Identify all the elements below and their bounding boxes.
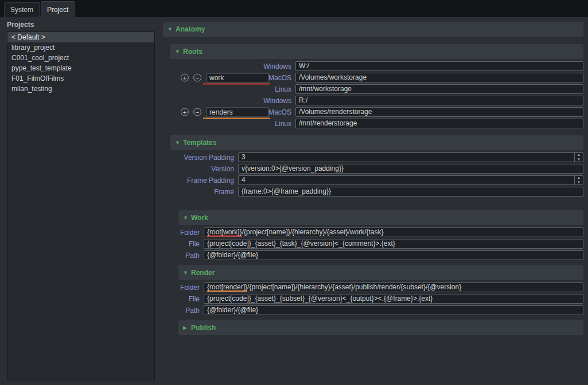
- settings-content: ▼ Anatomy ▼ Roots + − work: [158, 17, 588, 385]
- render-folder-input[interactable]: {root[render]}/{project[name]}/{hierarch…: [204, 282, 583, 292]
- section-render-header[interactable]: ▼ Render: [178, 265, 583, 280]
- project-list-item[interactable]: library_project: [7, 42, 154, 53]
- root-controls: + − renders: [181, 107, 269, 117]
- render-folder-label: Folder: [163, 284, 204, 292]
- render-path-label: Path: [163, 307, 204, 315]
- window-tabbar: System Project: [0, 0, 588, 17]
- platform-label-windows: Windows: [163, 97, 295, 105]
- project-list: < Default > library_project C001_cool_pr…: [7, 32, 155, 380]
- linux-root-input[interactable]: /mnt/workstorage: [295, 84, 583, 94]
- render-file-input[interactable]: {project[code]}_{asset}_{subset}_{@versi…: [204, 294, 583, 304]
- settings-window: System Project Projects < Default > libr…: [0, 0, 588, 385]
- render-folder-rest: /{project[name]}/{hierarchy}/{asset}/pub…: [247, 283, 461, 292]
- chevron-down-icon: ▼: [175, 49, 183, 54]
- section-publish-header[interactable]: ▶ Publish: [178, 320, 583, 335]
- render-file-label: File: [163, 295, 204, 303]
- work-file-label: File: [163, 240, 204, 248]
- section-roots-title: Roots: [183, 48, 203, 56]
- spin-down-icon[interactable]: ▼: [575, 180, 583, 185]
- chevron-down-icon: ▼: [183, 215, 191, 221]
- spin-down-icon[interactable]: ▼: [575, 158, 583, 162]
- platform-label-linux: Linux: [163, 85, 295, 93]
- platform-label-linux: Linux: [163, 120, 295, 128]
- version-padding-label: Version Padding: [163, 154, 238, 162]
- remove-root-button[interactable]: −: [193, 74, 201, 82]
- macos-root-input[interactable]: /Volumes/workstorage: [295, 73, 583, 82]
- section-render-title: Render: [191, 269, 215, 277]
- frame-padding-input[interactable]: 4 ▲ ▼: [238, 175, 583, 185]
- frame-label: Frame: [163, 188, 238, 196]
- root-render-token: {root[render]}: [207, 283, 247, 292]
- projects-sidebar: Projects < Default > library_project C00…: [0, 17, 158, 385]
- work-folder-input[interactable]: {root[work]}/{project[name]}/{hierarchy}…: [204, 227, 583, 237]
- chevron-down-icon: ▼: [175, 140, 183, 146]
- root-name-value: renders: [209, 108, 233, 116]
- tab-project[interactable]: Project: [41, 1, 75, 17]
- spin-up-icon[interactable]: ▲: [575, 176, 583, 180]
- linux-root-input[interactable]: /mnt/renderstorage: [295, 119, 583, 128]
- version-padding-value: 3: [239, 153, 574, 162]
- section-work-header[interactable]: ▼ Work: [178, 210, 583, 225]
- section-work-title: Work: [191, 214, 208, 222]
- chevron-right-icon: ▶: [183, 325, 191, 331]
- frame-padding-label: Frame Padding: [163, 176, 238, 184]
- add-root-button[interactable]: +: [181, 108, 189, 116]
- spin-buttons: ▲ ▼: [574, 153, 583, 162]
- project-list-item[interactable]: milan_testing: [7, 84, 154, 94]
- section-anatomy-header[interactable]: ▼ Anatomy: [163, 22, 583, 37]
- version-padding-input[interactable]: 3 ▲ ▼: [238, 152, 583, 162]
- work-path-label: Path: [163, 252, 204, 260]
- spin-buttons: ▲ ▼: [574, 176, 583, 184]
- render-path-input[interactable]: {@folder}/{@file}: [204, 305, 583, 315]
- spin-up-icon[interactable]: ▲: [575, 153, 583, 158]
- work-folder-label: Folder: [163, 229, 204, 237]
- section-roots-header[interactable]: ▼ Roots: [170, 44, 583, 59]
- chevron-down-icon: ▼: [168, 26, 176, 32]
- project-list-item[interactable]: C001_cool_project: [7, 53, 154, 63]
- windows-root-input[interactable]: W:/: [295, 61, 583, 71]
- annotation-underline-red: [203, 83, 270, 84]
- main-area: Projects < Default > library_project C00…: [0, 17, 588, 385]
- frame-padding-value: 4: [239, 176, 574, 184]
- root-entry-work: + − work Windows W:/ MacOS /Volumes/work…: [163, 61, 583, 94]
- version-template-input[interactable]: v{version:0>{@version_padding}}: [238, 164, 583, 174]
- chevron-down-icon: ▼: [183, 270, 191, 276]
- remove-root-button[interactable]: −: [193, 108, 201, 116]
- root-name-value: work: [209, 73, 224, 81]
- version-label: Version: [163, 165, 238, 173]
- frame-template-input[interactable]: {frame:0>{@frame_padding}}: [238, 187, 583, 197]
- root-name-input[interactable]: renders: [206, 107, 269, 117]
- platform-label-windows: Windows: [163, 62, 295, 70]
- annotation-underline-orange: [203, 117, 270, 119]
- work-path-input[interactable]: {@folder}/{@file}: [204, 250, 583, 260]
- windows-root-input[interactable]: R:/: [295, 96, 583, 105]
- tab-system[interactable]: System: [4, 2, 40, 17]
- project-list-item[interactable]: F01_FilmOfFilms: [7, 73, 154, 84]
- add-root-button[interactable]: +: [181, 74, 189, 82]
- root-entry-renders: + − renders Windows R:/ MacOS /Volumes/r…: [163, 96, 583, 128]
- root-name-input[interactable]: work: [206, 73, 269, 82]
- work-folder-rest: /{project[name]}/{hierarchy}/{asset}/wor…: [242, 228, 384, 237]
- root-work-token: {root[work]}: [207, 228, 242, 237]
- work-file-input[interactable]: {project[code]}_{asset}_{task}_{@version…: [204, 239, 583, 249]
- section-templates-header[interactable]: ▼ Templates: [170, 135, 583, 150]
- section-publish-title: Publish: [191, 324, 216, 332]
- macos-root-input[interactable]: /Volumes/renderstorage: [295, 107, 583, 117]
- root-controls: + − work: [181, 73, 269, 82]
- project-list-item[interactable]: pype_test_template: [7, 63, 154, 73]
- section-anatomy-title: Anatomy: [176, 25, 205, 33]
- section-templates-title: Templates: [183, 139, 216, 147]
- projects-title: Projects: [7, 21, 155, 29]
- project-list-item-default[interactable]: < Default >: [7, 32, 154, 42]
